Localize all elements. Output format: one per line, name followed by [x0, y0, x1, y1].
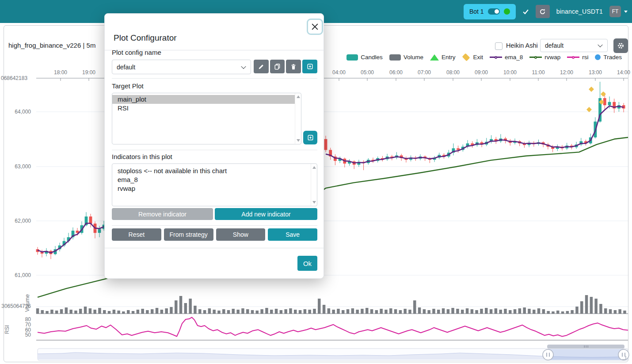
exit-marker	[586, 107, 592, 112]
trades-circle-icon	[595, 54, 601, 60]
modal-close-button[interactable]	[307, 19, 323, 35]
chevron-down-icon	[598, 42, 602, 47]
volume-bars	[36, 295, 626, 314]
ema8-line	[38, 223, 104, 253]
close-icon	[311, 23, 319, 31]
caret-down-icon	[624, 11, 628, 13]
duplicate-config-button[interactable]	[270, 60, 285, 73]
exit-marker	[601, 91, 606, 97]
svg-text:07:00: 07:00	[418, 69, 431, 76]
legend-item-candles[interactable]: Candles	[346, 54, 383, 61]
volume-axis-title: Volume	[24, 294, 30, 312]
candles-right	[324, 82, 625, 170]
plot-configurator-modal: Plot Configurator Plot config name defau…	[104, 13, 324, 279]
from-strategy-button[interactable]: From strategy	[164, 228, 213, 241]
svg-text:04:00: 04:00	[332, 69, 346, 76]
bot-selector-pill[interactable]: Bot 1	[464, 4, 516, 19]
svg-text:13:00: 13:00	[589, 69, 602, 76]
refresh-icon	[539, 8, 546, 15]
plot-config-select-value: default	[545, 42, 563, 49]
entry-triangle-icon	[430, 54, 439, 61]
svg-text:14:00: 14:00	[617, 69, 630, 76]
exit-marker	[589, 87, 594, 92]
scroll-down-icon[interactable]	[312, 201, 316, 204]
svg-text:09:00: 09:00	[475, 69, 488, 76]
svg-text:08:00: 08:00	[446, 69, 460, 76]
svg-text:05:00: 05:00	[361, 69, 374, 76]
candles-left	[36, 212, 106, 259]
plot-configurator-button[interactable]	[613, 38, 628, 53]
refresh-button[interactable]	[536, 5, 550, 18]
indicator-option-stoploss[interactable]: stoploss <-- not available in this chart	[112, 167, 311, 175]
datazoom-handle	[618, 349, 629, 360]
heikin-ashi-checkbox[interactable]	[495, 42, 503, 50]
datazoom-slider	[38, 345, 629, 360]
pencil-icon	[258, 64, 264, 70]
candles-swatch-icon	[346, 54, 358, 61]
legend-item-trades[interactable]: Trades	[595, 54, 622, 61]
delete-config-button[interactable]	[286, 60, 301, 73]
target-plot-option-rsi[interactable]: RSI	[112, 104, 295, 113]
legend-item-exit[interactable]: Exit	[462, 54, 483, 61]
svg-text:10:00: 10:00	[503, 69, 517, 76]
scrollbar[interactable]	[295, 93, 301, 144]
legend-item-rsi[interactable]: rsi	[567, 54, 588, 61]
plot-config-select[interactable]: default	[540, 39, 608, 52]
indicators-label: Indicators in this plot	[112, 153, 172, 160]
reset-button[interactable]: Reset	[112, 228, 161, 241]
chart-title: high_frog_binance_v226 | 5m	[8, 42, 95, 49]
ema8-line	[326, 106, 624, 163]
svg-text:19:00: 19:00	[82, 69, 95, 76]
indicator-option-ema8[interactable]: ema_8	[112, 175, 311, 184]
gear-icon	[617, 42, 624, 49]
divider	[112, 78, 317, 79]
show-button[interactable]: Show	[216, 228, 266, 241]
rvwap-line-icon	[529, 57, 542, 58]
indicator-option-rvwap[interactable]: rvwap	[112, 184, 311, 193]
copy-icon	[274, 63, 281, 70]
add-config-button[interactable]	[302, 60, 317, 73]
legend-item-ema8[interactable]: ema_8	[490, 54, 523, 61]
plus-square-icon	[307, 63, 313, 70]
rename-config-button[interactable]	[254, 60, 269, 73]
scroll-up-icon[interactable]	[297, 95, 300, 98]
scrollbar[interactable]	[311, 164, 317, 206]
ok-button[interactable]: Ok	[297, 256, 317, 271]
trash-icon	[290, 64, 297, 70]
svg-text:12:00: 12:00	[560, 69, 573, 76]
legend-item-entry[interactable]: Entry	[430, 54, 456, 61]
bot-online-dot-icon	[504, 8, 510, 15]
scroll-down-icon[interactable]	[297, 139, 300, 142]
svg-text:06:00: 06:00	[389, 69, 403, 76]
svg-text:63,000: 63,000	[15, 163, 31, 170]
exit-diamond-icon	[462, 53, 470, 61]
chevron-down-icon	[241, 64, 246, 68]
svg-text:50: 50	[25, 332, 31, 338]
save-button[interactable]: Save	[268, 228, 317, 241]
scroll-up-icon[interactable]	[312, 166, 316, 169]
datazoom-selection	[548, 349, 624, 360]
config-name-select[interactable]: default	[112, 60, 251, 74]
user-menu[interactable]: FT	[609, 6, 628, 17]
check-icon	[522, 8, 529, 15]
divider	[112, 225, 317, 226]
heikin-ashi-label: Heikin Ashi	[506, 42, 538, 49]
bot-enable-toggle[interactable]	[488, 8, 500, 15]
rsi-line-icon	[567, 57, 579, 58]
avatar: FT	[609, 6, 621, 17]
svg-text:068642183: 068642183	[1, 75, 27, 81]
datazoom-handle	[543, 349, 553, 360]
legend-item-rvwap[interactable]: rvwap	[529, 54, 560, 61]
target-plot-option-main-plot[interactable]: main_plot	[112, 95, 295, 104]
chart-legend: Candles Volume Entry Exit ema_8 rvwap rs…	[346, 54, 622, 61]
modal-title: Plot Configurator	[114, 33, 177, 43]
legend-item-volume[interactable]: Volume	[389, 54, 423, 61]
divider	[112, 150, 317, 150]
ema8-line-icon	[490, 57, 502, 58]
add-target-plot-button[interactable]	[303, 131, 317, 144]
svg-text:18:00: 18:00	[54, 69, 67, 76]
plus-square-icon	[307, 134, 314, 141]
remove-indicator-button[interactable]: Remove indicator	[112, 208, 213, 220]
svg-text:61,000: 61,000	[15, 272, 31, 278]
add-new-indicator-button[interactable]: Add new indicator	[215, 208, 317, 220]
